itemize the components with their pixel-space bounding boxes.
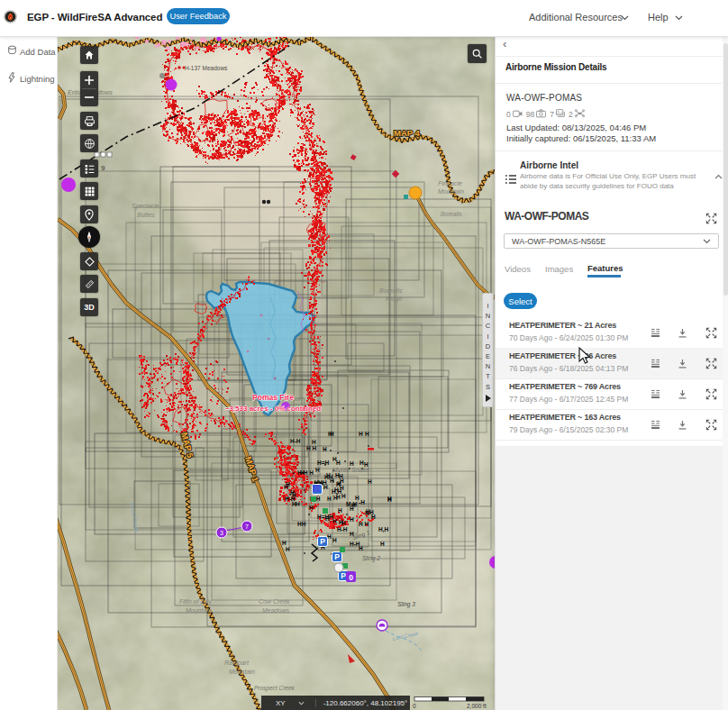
svg-text:H-H H: H-H H — [297, 469, 314, 476]
svg-text:H: H — [341, 493, 346, 499]
svg-text:H: H — [365, 431, 369, 437]
svg-text:HH: HH — [324, 474, 333, 480]
svg-text:Buttes: Buttes — [137, 212, 155, 218]
svg-text:HH: HH — [297, 521, 306, 527]
svg-text:H: H — [359, 431, 363, 437]
svg-text:H: H — [350, 516, 354, 523]
svg-text:H: H — [282, 540, 287, 546]
svg-text:Pinnacle: Pinnacle — [438, 180, 462, 187]
svg-text:Ridge: Ridge — [386, 296, 402, 303]
svg-text:Fifth of July: Fifth of July — [179, 598, 212, 605]
svg-text:H,H: H,H — [378, 526, 389, 533]
svg-text:H: H — [315, 467, 320, 473]
svg-text:H: H — [292, 501, 296, 507]
svg-text:H H: H H — [359, 521, 369, 527]
svg-text:H: H — [330, 431, 334, 437]
svg-text:~3,533 acres - 0% contained: ~3,533 acres - 0% contained — [225, 405, 322, 413]
svg-text:H: H — [309, 505, 314, 511]
svg-text:H: H — [350, 460, 354, 467]
svg-text:Sling 3: Sling 3 — [397, 601, 415, 608]
svg-text:0: 0 — [349, 573, 353, 582]
svg-text:Borealis: Borealis — [441, 211, 462, 217]
svg-text:Pomas Fire: Pomas Fire — [252, 393, 294, 402]
svg-text:H-H: H-H — [285, 496, 296, 502]
svg-text:Mountain: Mountain — [438, 188, 464, 195]
svg-text:H-H: H-H — [350, 541, 360, 547]
svg-text:H: H — [332, 537, 337, 543]
svg-text:3: 3 — [220, 530, 223, 536]
svg-text:H: H — [339, 473, 343, 479]
svg-text:Prospect Creek: Prospect Creek — [254, 685, 296, 692]
svg-text:Sling 2: Sling 2 — [362, 555, 380, 562]
svg-text:H: H — [336, 460, 341, 466]
svg-text:MAP 4: MAP 4 — [394, 128, 421, 138]
svg-text:Mountain: Mountain — [229, 669, 255, 675]
svg-text:Meadows: Meadows — [262, 607, 289, 614]
svg-text:H H: H H — [306, 445, 317, 451]
svg-text:Myrtle Snake: Myrtle Snake — [332, 467, 369, 474]
svg-text:H=HH: H=HH — [317, 514, 333, 520]
svg-text:H: H — [332, 456, 337, 462]
svg-text:2,000 ft: 2,000 ft — [467, 703, 487, 709]
svg-text:H: H — [368, 478, 372, 485]
svg-text:H: H — [327, 496, 332, 502]
svg-text:H: H — [286, 481, 290, 487]
svg-text:0: 0 — [413, 703, 416, 709]
svg-text:H: H — [371, 514, 376, 520]
svg-text:H: H — [335, 472, 340, 478]
svg-text:H: H — [336, 494, 341, 500]
svg-text:P: P — [341, 571, 346, 580]
svg-text:H: H — [380, 541, 385, 547]
svg-text:H-H: H-H — [290, 438, 301, 444]
svg-text:7: 7 — [245, 523, 249, 530]
svg-text:H=H: H=H — [317, 460, 329, 466]
svg-text:H: H — [312, 439, 316, 445]
svg-text:Borealis: Borealis — [379, 287, 403, 294]
svg-text:Rampart: Rampart — [224, 660, 250, 667]
svg-text:H: H — [286, 546, 290, 552]
svg-text:H: H — [323, 479, 327, 486]
svg-text:P: P — [334, 552, 340, 561]
svg-text:-H: -H — [359, 499, 365, 505]
svg-text:H-H: H-H — [337, 526, 348, 532]
svg-text:M-H: M-H — [346, 501, 358, 507]
svg-text:H-137 Meadows: H-137 Meadows — [185, 65, 228, 71]
svg-text:H: H — [296, 501, 300, 507]
svg-text:P: P — [320, 537, 325, 546]
svg-text:H: H — [387, 496, 392, 502]
svg-text:9: 9 — [101, 164, 105, 172]
svg-text:H: H — [341, 520, 346, 526]
svg-text:Mountain: Mountain — [186, 607, 212, 614]
svg-text:H: H — [338, 507, 342, 514]
svg-text:Spectacle: Spectacle — [132, 203, 159, 210]
svg-text:Cow Creek: Cow Creek — [259, 598, 290, 605]
